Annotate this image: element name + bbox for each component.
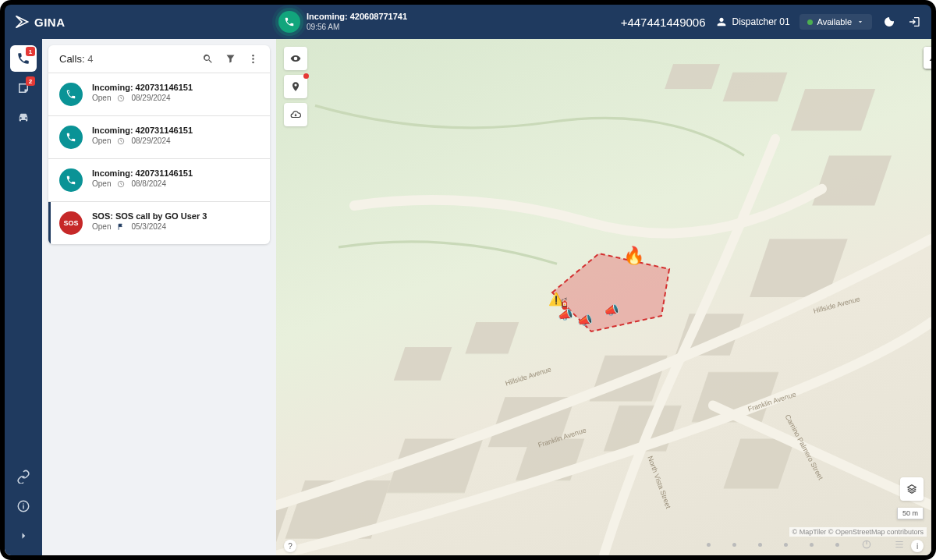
- layers-button[interactable]: [900, 477, 924, 501]
- rail-notes-button[interactable]: 2: [10, 75, 37, 101]
- rail-calls-button[interactable]: 1: [10, 45, 37, 72]
- call-row[interactable]: Incoming: 420731146151 Open 08/8/2024: [48, 159, 270, 202]
- calls-panel: Calls: 4 Incom: [42, 39, 276, 555]
- search-icon[interactable]: [202, 53, 214, 65]
- unit-marker[interactable]: 📣: [577, 313, 593, 328]
- user-menu[interactable]: Dispatcher 01: [715, 16, 790, 28]
- calls-panel-header: Calls: 4: [48, 45, 270, 73]
- filter-icon[interactable]: [225, 53, 236, 65]
- logout-button[interactable]: [906, 14, 922, 30]
- terrain-icon: [929, 52, 931, 63]
- svg-rect-9: [791, 89, 875, 130]
- more-icon[interactable]: [247, 53, 259, 65]
- power-icon: [861, 539, 872, 550]
- unit-marker[interactable]: 📣: [604, 303, 619, 317]
- svg-rect-22: [394, 347, 452, 381]
- unit-marker[interactable]: 📣: [558, 307, 573, 322]
- pin-icon: [290, 81, 301, 92]
- incoming-call-icon: [278, 11, 300, 33]
- info-icon: [16, 499, 30, 513]
- notes-badge: 2: [26, 76, 35, 86]
- alert-dot-icon: [303, 73, 309, 79]
- rail-link-button[interactable]: [10, 463, 37, 490]
- moon-icon: [883, 16, 895, 28]
- svg-point-2: [252, 58, 254, 60]
- left-rail: 1 2: [5, 39, 42, 555]
- incoming-call-row-icon: [59, 168, 83, 192]
- rail-vehicles-button[interactable]: [10, 105, 37, 131]
- svg-point-1: [252, 55, 254, 57]
- locate-button[interactable]: [284, 75, 307, 98]
- call-title: SOS: SOS call by GO User 3: [92, 211, 207, 221]
- hazard-zone: [544, 246, 677, 339]
- calls-badge: 1: [26, 47, 35, 56]
- app-logo: GINA: [14, 14, 66, 30]
- menu-icon: [894, 539, 905, 550]
- svg-rect-10: [812, 155, 892, 205]
- svg-point-3: [252, 62, 254, 64]
- incoming-call-row-icon: [59, 126, 83, 149]
- call-title: Incoming: 420731146151: [92, 83, 193, 92]
- dark-mode-button[interactable]: [881, 14, 897, 30]
- svg-rect-8: [723, 73, 788, 101]
- map-canvas[interactable]: 🔥 ⚠️ 🧯 📣 📣 📣 Hillside Avenue Franklin Av…: [276, 39, 931, 555]
- eye-icon: [290, 53, 301, 64]
- incoming-call-indicator[interactable]: Incoming: 420608771741 09:56 AM: [278, 11, 407, 33]
- top-bar: GINA Incoming: 420608771741 09:56 AM +44…: [5, 5, 931, 39]
- call-row[interactable]: Incoming: 420731146151 Open 08/29/2024: [48, 116, 270, 159]
- incoming-call-row-icon: [59, 83, 83, 106]
- layers-icon: [906, 484, 917, 494]
- fire-icon: 🔥: [623, 246, 644, 266]
- sos-call-row-icon: SOS: [59, 211, 83, 235]
- availability-dropdown[interactable]: Available: [800, 14, 872, 30]
- clock-icon: [117, 137, 125, 145]
- svg-rect-21: [723, 439, 795, 489]
- chevron-down-icon: [856, 18, 864, 26]
- call-title: Incoming: 420731146151: [92, 126, 193, 135]
- logout-icon: [908, 16, 920, 28]
- call-row[interactable]: Incoming: 420731146151 Open 08/29/2024: [48, 73, 270, 116]
- clock-icon: [117, 94, 125, 102]
- station-phone: +447441449006: [621, 16, 706, 29]
- visibility-toggle-button[interactable]: [284, 47, 307, 70]
- user-icon: [715, 16, 728, 28]
- logo-icon: [14, 14, 30, 30]
- device-dock: [0, 529, 936, 560]
- flag-icon: [117, 223, 125, 231]
- link-icon: [16, 470, 30, 484]
- car-icon: [16, 111, 30, 125]
- call-row[interactable]: SOS SOS: SOS call by GO User 3 Open 05/3…: [48, 202, 270, 244]
- clock-icon: [117, 180, 125, 188]
- svg-rect-23: [465, 322, 519, 354]
- call-title: Incoming: 420731146151: [92, 168, 193, 178]
- status-dot-icon: [807, 19, 813, 25]
- rail-info-button[interactable]: [10, 493, 37, 519]
- svg-rect-7: [665, 64, 720, 89]
- download-area-button[interactable]: [284, 103, 307, 126]
- cloud-download-icon: [290, 109, 301, 120]
- tilt-button[interactable]: [924, 47, 931, 69]
- map-scale: 50 m: [897, 508, 924, 519]
- app-name: GINA: [34, 16, 66, 29]
